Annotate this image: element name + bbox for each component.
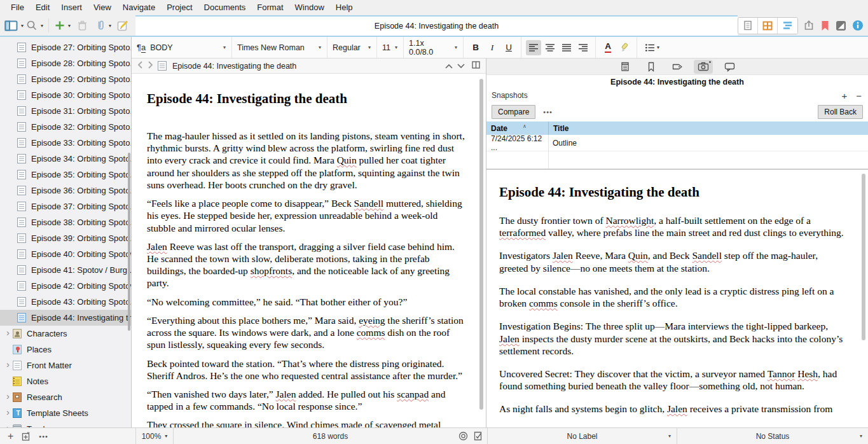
- column-header-date[interactable]: Date∧: [486, 124, 548, 133]
- tab-snapshots-icon[interactable]: [694, 60, 713, 74]
- tab-notes-icon[interactable]: [616, 60, 635, 74]
- nav-back-icon[interactable]: [137, 61, 143, 71]
- menu-help[interactable]: Help: [330, 0, 359, 15]
- share-icon[interactable]: [803, 17, 815, 34]
- search-caret[interactable]: ▾: [41, 23, 43, 29]
- trash-icon[interactable]: [76, 17, 88, 34]
- italic-button[interactable]: I: [485, 40, 500, 55]
- add-item-icon[interactable]: [54, 17, 65, 34]
- binder-item-episode[interactable]: Episode 39: Orbiting Spoto...: [0, 230, 131, 246]
- compare-button[interactable]: Compare: [492, 105, 535, 119]
- menu-window[interactable]: Window: [289, 0, 330, 15]
- binder-item-episode[interactable]: Episode 33: Orbiting Spoto...: [0, 135, 131, 151]
- corkboard-view-button[interactable]: [758, 18, 778, 34]
- tab-comments-icon[interactable]: [720, 60, 739, 74]
- binder-toggle-caret[interactable]: ▾: [21, 23, 24, 29]
- tab-bookmarks-icon[interactable]: [642, 60, 661, 74]
- outline-view-button[interactable]: [778, 18, 797, 34]
- font-weight-select[interactable]: Regular ▾: [327, 37, 377, 58]
- document-view-button[interactable]: [738, 18, 758, 34]
- binder-item-episode[interactable]: Episode 28: Orbiting Spoto...: [0, 55, 131, 71]
- binder-item-episode[interactable]: Episode 35: Orbiting Spoto...: [0, 167, 131, 183]
- binder-toggle-icon[interactable]: [4, 17, 18, 34]
- menu-insert[interactable]: Insert: [55, 0, 88, 15]
- mark-done-icon[interactable]: [474, 431, 482, 441]
- bold-button[interactable]: B: [468, 40, 483, 55]
- nav-forward-icon[interactable]: [148, 61, 153, 71]
- binder-item-episode[interactable]: Episode 34: Orbiting Spoto...: [0, 151, 131, 167]
- attach-caret[interactable]: ▾: [109, 23, 111, 29]
- binder-item-episode[interactable]: Episode 31: Orbiting Spoto...: [0, 103, 131, 119]
- status-selector[interactable]: No Status ▾: [677, 428, 868, 444]
- align-center-button[interactable]: [542, 40, 558, 55]
- target-icon[interactable]: [458, 431, 468, 441]
- highlight-button[interactable]: [617, 40, 632, 55]
- binder-item-episode[interactable]: Episode 41: Spotov / Burg ...: [0, 262, 131, 278]
- binder-scrollbar-thumb[interactable]: [128, 153, 130, 331]
- search-icon[interactable]: [25, 17, 38, 34]
- preview-scrollbar-thumb[interactable]: [862, 174, 865, 340]
- expand-chevron-icon[interactable]: ›: [3, 423, 13, 427]
- font-family-select[interactable]: Times New Roman ▾: [232, 37, 327, 58]
- expand-chevron-icon[interactable]: ›: [3, 328, 13, 337]
- compose-icon[interactable]: [116, 17, 129, 34]
- split-editor-icon[interactable]: [472, 61, 480, 71]
- zoom-control[interactable]: 100% ▾: [136, 428, 173, 444]
- binder-item-front[interactable]: ›Front Matter: [0, 357, 131, 373]
- compose-mode-icon[interactable]: [835, 17, 847, 34]
- attach-icon[interactable]: [94, 17, 106, 34]
- add-from-template-button[interactable]: [22, 432, 31, 441]
- tab-metadata-icon[interactable]: [668, 60, 687, 74]
- binder-item-templates[interactable]: ›Template Sheets: [0, 405, 131, 421]
- binder-item-places[interactable]: Places: [0, 342, 131, 357]
- menu-view[interactable]: View: [88, 0, 117, 15]
- binder-item-episode[interactable]: Episode 43: Orbiting Spoto...: [0, 294, 131, 310]
- info-icon[interactable]: [851, 17, 864, 34]
- menu-project[interactable]: Project: [161, 0, 198, 15]
- align-justify-button[interactable]: [559, 40, 574, 55]
- binder-item-episode[interactable]: Episode 32: Orbiting Spoto...: [0, 119, 131, 135]
- binder-item-episode[interactable]: Episode 44: Investigating th...: [0, 310, 131, 326]
- menu-navigate[interactable]: Navigate: [117, 0, 161, 15]
- binder-more-button[interactable]: •••: [39, 433, 48, 440]
- bookmark-icon[interactable]: [820, 17, 830, 34]
- binder-item-episode[interactable]: Episode 42: Orbiting Spotov: [0, 278, 131, 294]
- paragraph-style-select[interactable]: ¶a BODY ▾: [132, 37, 232, 58]
- expand-chevron-icon[interactable]: ›: [3, 391, 13, 401]
- more-options-button[interactable]: •••: [543, 108, 553, 116]
- binder-item-episode[interactable]: Episode 37: Orbiting Spoto...: [0, 198, 131, 214]
- binder-item-research[interactable]: ›Research: [0, 389, 131, 405]
- expand-chevron-icon[interactable]: ›: [3, 359, 13, 369]
- font-size-select[interactable]: 11 ▾: [377, 37, 404, 58]
- text-color-button[interactable]: A: [600, 40, 616, 55]
- remove-snapshot-button[interactable]: −: [856, 91, 862, 101]
- menu-file[interactable]: File: [5, 0, 30, 15]
- line-spacing-select[interactable]: 1.1x 0.0/8.0 ▾: [404, 37, 464, 58]
- binder-item-characters[interactable]: ›Characters: [0, 326, 131, 342]
- align-right-button[interactable]: [575, 40, 591, 55]
- binder-item-episode[interactable]: Episode 36: Orbiting Spoto...: [0, 183, 131, 198]
- next-document-icon[interactable]: [457, 62, 465, 71]
- binder-item-episode[interactable]: Episode 30: Orbiting Spoto...: [0, 87, 131, 103]
- binder-item-episode[interactable]: Episode 40: Orbiting Spotov: [0, 246, 131, 262]
- align-left-button[interactable]: [526, 40, 541, 55]
- binder-item-episode[interactable]: Episode 38: Orbiting Spoto...: [0, 214, 131, 230]
- previous-document-icon[interactable]: [445, 62, 453, 71]
- binder-item-episode[interactable]: Episode 29: Orbiting Spoto...: [0, 71, 131, 87]
- menu-format[interactable]: Format: [251, 0, 289, 15]
- binder-item-notes[interactable]: Notes: [0, 373, 131, 389]
- menu-edit[interactable]: Edit: [30, 0, 55, 15]
- column-header-title[interactable]: Title: [548, 121, 868, 135]
- underline-button[interactable]: U: [501, 40, 516, 55]
- label-selector[interactable]: No Label ▾: [488, 428, 677, 444]
- binder-item-trash[interactable]: ›Trash: [0, 421, 131, 427]
- editor-scrollbar-thumb[interactable]: [479, 79, 483, 410]
- list-format-button[interactable]: ▾: [642, 40, 663, 55]
- rollback-button[interactable]: Roll Back: [818, 105, 863, 119]
- menu-documents[interactable]: Documents: [198, 0, 252, 15]
- expand-chevron-icon[interactable]: ›: [3, 407, 13, 417]
- add-item-caret[interactable]: ▾: [68, 23, 71, 29]
- binder-item-episode[interactable]: Episode 27: Orbiting Spoto...: [0, 39, 131, 55]
- snapshot-row[interactable]: 7/24/2025 6:12 ...Outline: [486, 135, 868, 151]
- add-snapshot-button[interactable]: +: [841, 91, 847, 101]
